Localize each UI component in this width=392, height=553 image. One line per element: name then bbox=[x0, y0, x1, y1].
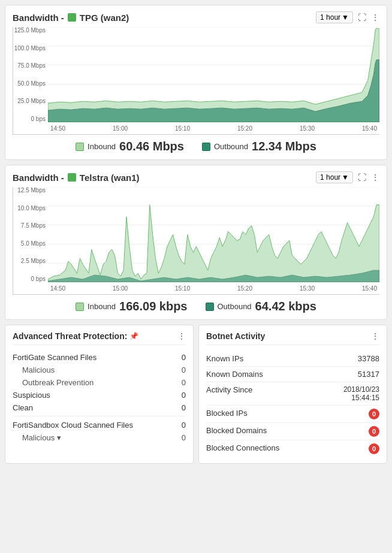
inbound-value-1: 60.46 Mbps bbox=[119, 140, 184, 153]
bandwidth-telstra-card: Bandwidth - Telstra (wan1) 1 hour ▼ ⛶ ⋮ … bbox=[5, 165, 387, 320]
outbound-value-1: 12.34 Mbps bbox=[252, 140, 316, 153]
atp-title: Advanced Threat Protection: 📌 bbox=[13, 331, 138, 341]
dropdown-arrow[interactable]: ▾ bbox=[57, 433, 61, 442]
chart2-controls: 1 hour ▼ ⛶ ⋮ bbox=[316, 171, 379, 183]
atp-row-4: Clean 0 bbox=[13, 401, 186, 416]
blocked-domains-badge: 0 bbox=[369, 426, 379, 437]
expand-icon-1[interactable]: ⛶ bbox=[358, 13, 366, 22]
pin-icon[interactable]: 📌 bbox=[129, 332, 138, 340]
inbound-legend-box-2 bbox=[76, 303, 84, 311]
atp-row-1: Malicious 0 bbox=[13, 364, 186, 376]
botnet-row-2: Activity Since 2018/10/2315:44:15 bbox=[206, 382, 379, 406]
botnet-row-1: Known Domains 51317 bbox=[206, 367, 379, 382]
outbound-value-2: 64.42 kbps bbox=[255, 300, 316, 313]
bandwidth-tpg-title: Bandwidth - TPG (wan2) bbox=[13, 13, 129, 23]
botnet-row-0: Known IPs 33788 bbox=[206, 351, 379, 367]
expand-icon-2[interactable]: ⛶ bbox=[358, 173, 366, 182]
botnet-row-4: Blocked Domains 0 bbox=[206, 423, 379, 440]
atp-card: Advanced Threat Protection: 📌 ⋮ FortiGat… bbox=[5, 325, 194, 464]
chart2-inbound-legend: Inbound 166.09 kbps bbox=[76, 300, 187, 313]
more-icon-2[interactable]: ⋮ bbox=[371, 173, 379, 182]
botnet-row-3: Blocked IPs 0 bbox=[206, 406, 379, 423]
chart2-area: 12.5 Mbps 10.0 Mbps 7.5 Mbps 5.0 Mbps 2.… bbox=[13, 187, 379, 295]
chart1-inbound-legend: Inbound 60.46 Mbps bbox=[76, 140, 184, 153]
outbound-legend-box-2 bbox=[206, 303, 214, 311]
chart2-outbound-legend: Outbound 64.42 kbps bbox=[206, 300, 316, 313]
blocked-ips-badge: 0 bbox=[369, 409, 379, 419]
botnet-row-5: Blocked Connections 0 bbox=[206, 440, 379, 457]
chart1-controls: 1 hour ▼ ⛶ ⋮ bbox=[316, 11, 379, 23]
tpg-status-icon bbox=[68, 13, 76, 22]
svg-marker-12 bbox=[48, 205, 379, 282]
botnet-card: Botnet Activity ⋮ Known IPs 33788 Known … bbox=[198, 325, 387, 464]
atp-row-2: Outbreak Prevention 0 bbox=[13, 376, 186, 389]
chart2-svg-area bbox=[48, 187, 379, 282]
atp-row-0: FortiGate Scanned Files 0 bbox=[13, 351, 186, 364]
inbound-value-2: 166.09 kbps bbox=[119, 300, 187, 313]
chart1-svg-area bbox=[48, 27, 379, 122]
bandwidth-tpg-card: Bandwidth - TPG (wan2) 1 hour ▼ ⛶ ⋮ 125.… bbox=[5, 5, 387, 160]
bandwidth-tpg-header: Bandwidth - TPG (wan2) 1 hour ▼ ⛶ ⋮ bbox=[13, 11, 379, 23]
chevron-down-icon-2: ▼ bbox=[342, 173, 349, 182]
inbound-legend-box-1 bbox=[76, 143, 84, 151]
more-icon-1[interactable]: ⋮ bbox=[371, 13, 379, 22]
chart2-y-labels: 12.5 Mbps 10.0 Mbps 7.5 Mbps 5.0 Mbps 2.… bbox=[13, 187, 48, 282]
bandwidth-telstra-title: Bandwidth - Telstra (wan1) bbox=[13, 173, 140, 183]
atp-row-3: Suspicious 0 bbox=[13, 389, 186, 401]
atp-sandbox-row: FortiSandbox Cloud Scanned Files 0 bbox=[13, 419, 186, 431]
bandwidth-telstra-header: Bandwidth - Telstra (wan1) 1 hour ▼ ⛶ ⋮ bbox=[13, 171, 379, 183]
chevron-down-icon: ▼ bbox=[342, 13, 349, 22]
time-range-button-2[interactable]: 1 hour ▼ bbox=[316, 171, 353, 183]
chart1-y-labels: 125.0 Mbps 100.0 Mbps 75.0 Mbps 50.0 Mbp… bbox=[13, 27, 48, 122]
botnet-more-icon[interactable]: ⋮ bbox=[371, 331, 379, 341]
bottom-row: Advanced Threat Protection: 📌 ⋮ FortiGat… bbox=[5, 325, 387, 464]
blocked-connections-badge: 0 bbox=[369, 443, 379, 454]
time-range-button-1[interactable]: 1 hour ▼ bbox=[316, 11, 353, 23]
atp-sandbox-malicious-row: Malicious ▾ 0 bbox=[13, 431, 186, 444]
chart2-legend: Inbound 166.09 kbps Outbound 64.42 kbps bbox=[13, 300, 379, 313]
chart1-area: 125.0 Mbps 100.0 Mbps 75.0 Mbps 50.0 Mbp… bbox=[13, 27, 379, 135]
outbound-legend-box-1 bbox=[202, 143, 210, 151]
atp-header: Advanced Threat Protection: 📌 ⋮ bbox=[13, 331, 186, 345]
telstra-status-icon bbox=[68, 173, 76, 182]
botnet-header: Botnet Activity ⋮ bbox=[206, 331, 379, 345]
chart1-legend: Inbound 60.46 Mbps Outbound 12.34 Mbps bbox=[13, 140, 379, 153]
chart1-x-labels: 14:50 15:00 15:10 15:20 15:30 15:40 bbox=[48, 122, 379, 134]
svg-marker-6 bbox=[48, 60, 379, 122]
atp-more-icon[interactable]: ⋮ bbox=[177, 331, 186, 341]
chart2-x-labels: 14:50 15:00 15:10 15:20 15:30 15:40 bbox=[48, 282, 379, 294]
chart1-outbound-legend: Outbound 12.34 Mbps bbox=[202, 140, 316, 153]
botnet-title: Botnet Activity bbox=[206, 331, 265, 341]
